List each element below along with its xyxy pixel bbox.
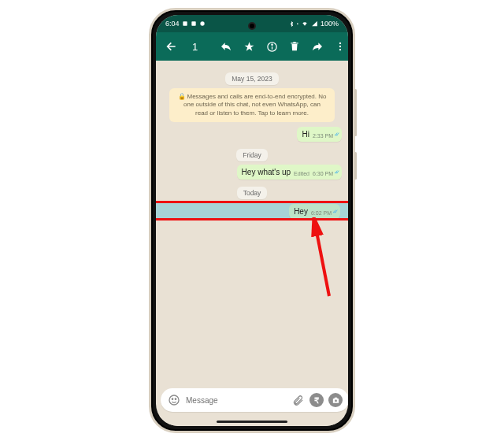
svg-point-11	[169, 395, 179, 405]
date-separator: Friday	[161, 146, 343, 161]
back-icon[interactable]	[165, 40, 178, 53]
battery-text: 100%	[321, 20, 339, 28]
message-text: Hi	[302, 130, 309, 139]
svg-point-2	[200, 21, 204, 25]
message-row[interactable]: Hey what's up Edited 6:30 PM✓✓	[161, 165, 343, 180]
dot-icon: •	[297, 21, 298, 26]
more-icon[interactable]	[335, 40, 346, 53]
reply-icon[interactable]	[220, 40, 232, 53]
svg-point-13	[175, 398, 176, 399]
status-icon	[191, 20, 197, 27]
selection-action-bar: 1	[156, 32, 348, 61]
message-input-container[interactable]: ₹	[161, 388, 348, 412]
android-nav-bar[interactable]	[156, 417, 348, 426]
svg-point-14	[335, 399, 337, 402]
payment-icon[interactable]: ₹	[309, 393, 324, 407]
status-icon	[199, 20, 206, 27]
star-icon[interactable]	[243, 40, 255, 53]
svg-rect-1	[191, 21, 195, 25]
input-bar: ₹	[156, 384, 348, 417]
encryption-notice[interactable]: 🔒Messages and calls are end-to-end encry…	[169, 88, 335, 122]
status-icon	[182, 20, 188, 27]
message-meta: Edited 6:30 PM✓✓	[294, 170, 337, 176]
attach-icon[interactable]	[291, 393, 305, 407]
message-meta: 2:33 PM✓✓	[313, 132, 337, 139]
bluetooth-icon	[289, 20, 295, 28]
signal-icon	[311, 20, 318, 27]
read-ticks-icon: ✓✓	[334, 169, 337, 176]
read-ticks-icon: ✓✓	[332, 209, 335, 215]
svg-point-5	[272, 44, 272, 45]
lock-icon: 🔒	[178, 93, 186, 100]
svg-point-12	[172, 398, 172, 399]
selected-count: 1	[192, 41, 198, 53]
date-separator: May 15, 2023	[161, 70, 343, 85]
message-text: Hey what's up	[242, 168, 291, 176]
svg-rect-0	[183, 21, 187, 25]
date-separator: Today	[161, 184, 343, 199]
message-row[interactable]: Hi 2:33 PM✓✓	[161, 127, 343, 142]
emoji-icon[interactable]	[167, 393, 181, 407]
selected-message-row[interactable]: Hey 6:02 PM✓✓	[156, 202, 348, 220]
message-input[interactable]	[186, 396, 286, 405]
svg-line-10	[315, 224, 329, 296]
svg-point-8	[339, 49, 341, 50]
annotation-arrow	[307, 217, 335, 304]
chat-area: May 15, 2023 🔒Messages and calls are end…	[156, 61, 348, 384]
svg-point-6	[339, 43, 341, 44]
svg-point-7	[339, 46, 341, 47]
camera-icon[interactable]	[328, 393, 343, 407]
wifi-icon	[301, 20, 309, 27]
delete-icon[interactable]	[289, 40, 300, 53]
status-time: 6:04	[165, 20, 180, 28]
read-ticks-icon: ✓✓	[334, 132, 337, 138]
message-text: Hey	[294, 207, 308, 216]
message-meta: 6:02 PM✓✓	[311, 209, 335, 216]
info-icon[interactable]	[266, 40, 278, 53]
forward-icon[interactable]	[311, 40, 324, 53]
